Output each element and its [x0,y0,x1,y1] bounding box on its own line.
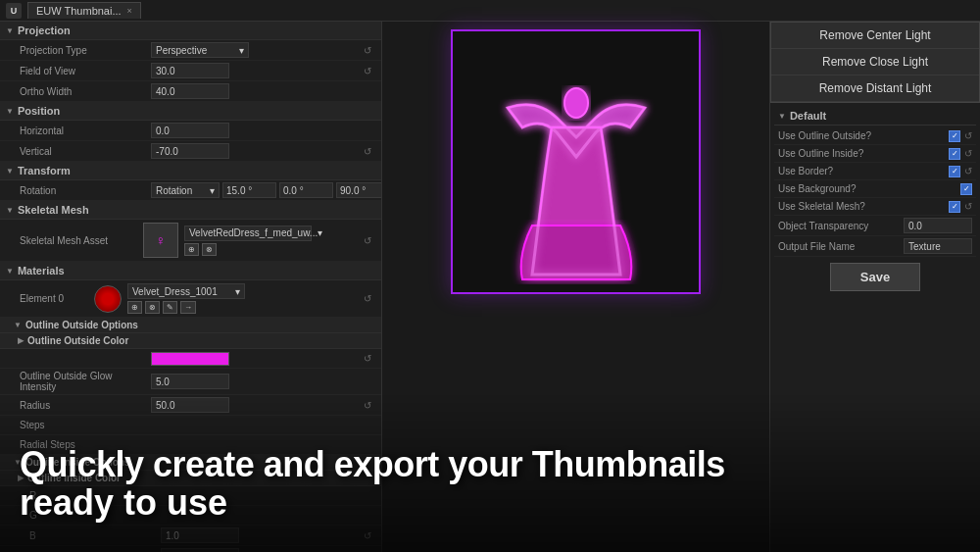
use-skeletal-mesh-checkbox[interactable]: ✓ [949,201,960,213]
rotation-y-input[interactable] [279,182,333,198]
rotation-dropdown[interactable]: Rotation ▾ [151,182,220,198]
outline-outside-color-value [151,352,360,366]
use-background-row: Use Background? ✓ [774,180,976,198]
radius-value [151,397,360,413]
use-skeletal-mesh-label: Use Skeletal Mesh? [778,201,945,212]
material-action-icons: ⊕ ⊗ ✎ → [127,301,358,314]
mat-browse-icon[interactable]: ⊕ [127,301,142,314]
outline-outside-label: Outline Outside Options [25,320,138,330]
default-header[interactable]: ▼ Default [774,107,976,125]
field-of-view-reset[interactable]: ↺ [364,66,371,76]
default-label: Default [790,110,826,122]
rotation-z-input[interactable] [336,182,382,198]
skeletal-mesh-dropdown[interactable]: VelvetRedDress_f_med_uw... ▾ [184,226,312,241]
outline-inside-color-header[interactable]: ▶ Outline Inside Color [0,471,381,486]
use-outline-inside-row: Use Outline Inside? ✓ ↺ [774,145,976,163]
projection-section-header[interactable]: ▼ Projection [0,22,381,40]
use-skeletal-mesh-row: Use Skeletal Mesh? ✓ ↺ [774,198,976,216]
outline-inside-header[interactable]: ▼ Outline Inside Options [0,455,381,471]
projection-type-reset[interactable]: ↺ [364,45,371,56]
inside-a-row: A [0,546,381,552]
rotation-x-input[interactable] [222,182,276,198]
mesh-clear-icon[interactable]: ⊗ [202,243,217,256]
inside-b-reset[interactable]: ↺ [364,530,371,541]
use-border-reset[interactable]: ↺ [964,166,972,176]
vertical-value [151,143,360,159]
radius-reset[interactable]: ↺ [364,400,371,411]
vertical-reset[interactable]: ↺ [364,146,371,157]
field-of-view-input[interactable] [151,63,229,78]
material-row: Element 0 Velvet_Dress_1001 ▾ ⊕ ⊗ ✎ → ↺ [0,280,381,318]
radial-steps-label: Radial Steps [20,439,147,450]
overlay-text [382,532,769,542]
field-of-view-label: Field of View [20,66,147,76]
field-of-view-row: Field of View ↺ [0,61,381,81]
inside-b-input[interactable] [161,527,239,543]
output-file-name-input[interactable] [904,238,972,254]
outline-outside-color-header[interactable]: ▶ Outline Outside Color [0,333,381,349]
transform-section-header[interactable]: ▼ Transform [0,162,381,180]
materials-arrow-icon: ▼ [6,267,14,276]
inside-r-label: R [29,490,157,501]
material-dropdown[interactable]: Velvet_Dress_1001 ▾ [127,283,245,299]
use-background-checkbox[interactable]: ✓ [960,183,972,195]
skeletal-mesh-info: VelvetRedDress_f_med_uw... ▾ ⊕ ⊗ [184,226,358,256]
ortho-width-input[interactable] [151,83,229,99]
default-arrow-icon: ▼ [778,112,786,121]
outline-outside-color-arrow: ▶ [18,336,24,345]
horizontal-label: Horizontal [20,125,147,136]
skeletal-mesh-section-header[interactable]: ▼ Skeletal Mesh [0,201,381,220]
inside-b-label: B [29,530,157,541]
position-section-header[interactable]: ▼ Position [0,102,381,121]
title-bar: U EUW Thumbnai... × [0,0,980,22]
use-skeletal-mesh-reset[interactable]: ↺ [964,201,972,212]
projection-arrow-icon: ▼ [6,26,14,35]
material-thumbnail [94,285,122,313]
left-panel: ▼ Projection Projection Type Perspective… [0,22,382,552]
right-panel: Remove Center Light Remove Close Light R… [769,22,980,552]
use-border-checkbox[interactable]: ✓ [949,166,960,177]
mesh-browse-icon[interactable]: ⊕ [184,243,199,256]
radius-input[interactable] [151,397,229,413]
outline-outside-color-row: ↺ [0,349,381,369]
tab-close-button[interactable]: × [127,6,132,16]
outline-outside-color-reset[interactable]: ↺ [364,353,371,364]
vertical-input[interactable] [151,143,229,159]
mat-clear-icon[interactable]: ⊗ [145,301,160,314]
inside-b-row: B ↺ [0,526,381,546]
glow-intensity-input[interactable] [151,374,229,389]
projection-type-label: Projection Type [20,45,147,56]
glow-intensity-value [151,374,371,389]
skeletal-mesh-thumbnail: ♀ [143,223,178,258]
material-reset[interactable]: ↺ [364,293,371,304]
projection-type-dropdown[interactable]: Perspective ▾ [151,42,249,58]
object-transparency-input[interactable] [904,218,972,233]
use-outline-inside-reset[interactable]: ↺ [964,148,972,159]
horizontal-input[interactable] [151,123,229,138]
skeletal-mesh-reset[interactable]: ↺ [364,235,371,246]
materials-section-header[interactable]: ▼ Materials [0,262,381,280]
use-outline-outside-reset[interactable]: ↺ [964,130,972,141]
mat-edit-icon[interactable]: ✎ [163,301,177,314]
inside-a-input[interactable] [161,548,239,552]
outline-outside-header[interactable]: ▼ Outline Outside Options [0,318,381,333]
remove-close-light-item[interactable]: Remove Close Light [771,49,979,75]
object-transparency-label: Object Transparency [778,221,900,231]
use-outline-outside-checkbox[interactable]: ✓ [949,130,960,142]
dropdown-arrow-icon: ▾ [239,45,244,56]
remove-distant-light-item[interactable]: Remove Distant Light [771,75,979,102]
title-tab[interactable]: EUW Thumbnai... × [27,2,141,19]
ortho-width-value [151,83,371,99]
use-border-row: Use Border? ✓ ↺ [774,163,976,180]
rotation-dropdown-arrow: ▾ [210,185,215,196]
mat-arrow-icon[interactable]: → [180,301,196,314]
use-outline-inside-checkbox[interactable]: ✓ [949,148,960,160]
outline-outside-color-swatch[interactable] [151,352,229,366]
projection-type-row: Projection Type Perspective ▾ ↺ [0,40,381,61]
save-button[interactable]: Save [830,263,920,291]
inside-g-row: G [0,506,381,526]
glow-intensity-row: Outline Outside Glow Intensity [0,369,381,395]
remove-center-light-item[interactable]: Remove Center Light [771,23,979,49]
materials-label: Materials [18,265,65,276]
projection-label: Projection [18,25,71,36]
